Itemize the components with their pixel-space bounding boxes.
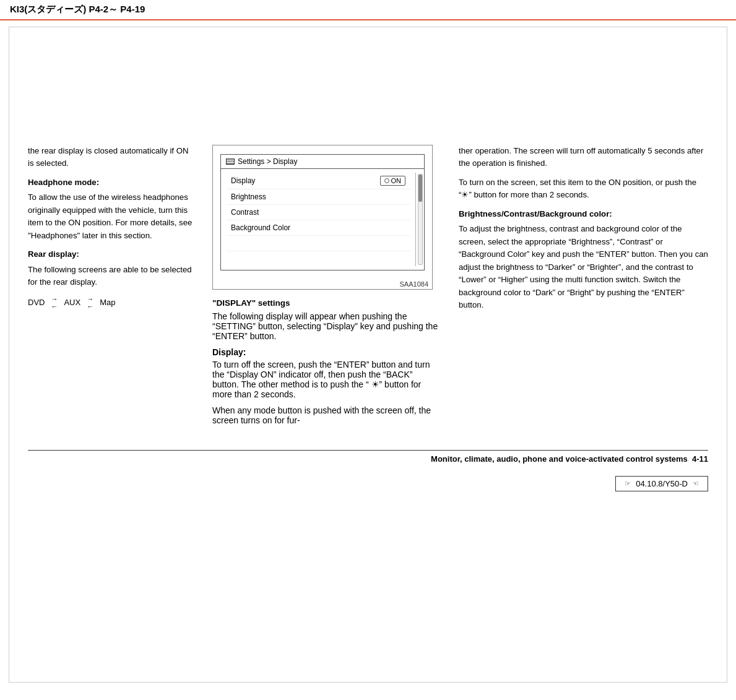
page-wrapper: the rear display is closed automatically… [9, 27, 727, 683]
dvd-aux-arrows: → ← [51, 295, 58, 310]
menu-item-empty2 [226, 251, 410, 266]
nav-map: Map [100, 296, 115, 309]
right-column: ther operation. The screen will turn off… [459, 145, 708, 431]
rear-display-body: The following screens are able to be sel… [28, 264, 195, 289]
center-display-body1: To turn off the screen, push the “ENTER”… [212, 360, 441, 399]
page-icon-left: ☞ [625, 480, 631, 488]
page-code-box: ☞ 04.10.8/Y50-D ☜ [615, 476, 708, 491]
center-column: Settings > Display Display ON [212, 145, 441, 431]
headphone-body: To allow the use of the wireless headpho… [28, 191, 195, 242]
display-title-text: Settings > Display [238, 157, 297, 166]
center-para1: The following display will appear when p… [212, 311, 441, 341]
menu-item-background-color-label: Background Color [231, 223, 290, 232]
display-settings-title: "DISPLAY" settings [212, 298, 441, 308]
rear-display-heading: Rear display: [28, 248, 195, 261]
headphone-heading: Headphone mode: [28, 176, 195, 189]
right-para1: ther operation. The screen will turn off… [459, 145, 708, 170]
menu-item-background-color: Background Color [226, 220, 410, 236]
nav-aux: AUX [64, 296, 80, 309]
nav-line: DVD → ← AUX → ← Map [28, 295, 195, 310]
center-display-body2: When any mode button is pushed with the … [212, 405, 441, 425]
display-menu-area: Display ON Brightness Contrast [221, 169, 424, 270]
page-icon-right: ☜ [693, 480, 699, 488]
menu-item-brightness-label: Brightness [231, 192, 266, 201]
menu-item-contrast-label: Contrast [231, 208, 259, 217]
menu-item-display: Display ON [226, 173, 410, 189]
nav-dvd: DVD [28, 296, 45, 309]
aux-map-arrows: → ← [87, 295, 93, 310]
center-text-area: "DISPLAY" settings The following display… [212, 298, 441, 425]
scrollbar-track [418, 174, 423, 265]
on-dot [384, 178, 389, 183]
page-num-bar: ☞ 04.10.8/Y50-D ☜ [28, 476, 708, 491]
menu-item-display-label: Display [231, 176, 255, 185]
menu-item-brightness: Brightness [226, 189, 410, 205]
on-badge: ON [380, 176, 406, 186]
display-title-bar: Settings > Display [221, 155, 424, 169]
footer-line: Monitor, climate, audio, phone and voice… [28, 450, 708, 464]
bc-body: To adjust the brightness, contrast and b… [459, 223, 708, 311]
page-code-text: 04.10.8/Y50-D [636, 479, 688, 488]
display-subhead: Display: [212, 347, 441, 357]
on-label: ON [391, 177, 402, 184]
display-ui-box: Settings > Display Display ON [212, 145, 433, 290]
footer-label: Monitor, climate, audio, phone and voice… [431, 454, 688, 464]
display-scrollbar [415, 173, 424, 266]
header-title: KI3(スタディーズ) P4-2～ P4-19 [10, 4, 145, 14]
menu-item-contrast: Contrast [226, 205, 410, 220]
left-column: the rear display is closed automatically… [28, 145, 195, 431]
display-inner: Settings > Display Display ON [220, 154, 425, 270]
header-bar: KI3(スタディーズ) P4-2～ P4-19 [0, 0, 736, 20]
display-caption: SAA1084 [213, 278, 432, 289]
caption-text: SAA1084 [400, 280, 428, 288]
scrollbar-thumb [418, 175, 422, 202]
menu-item-empty1 [226, 236, 410, 251]
right-para2: To turn on the screen, set this item to … [459, 176, 708, 202]
display-title-icon [226, 158, 235, 165]
bc-heading: Brightness/Contrast/Background color: [459, 208, 708, 220]
columns-layout: the rear display is closed automatically… [28, 145, 708, 431]
left-para1: the rear display is closed automatically… [28, 145, 195, 170]
footer-page: 4-11 [692, 454, 708, 464]
display-menu-items: Display ON Brightness Contrast [221, 173, 415, 266]
